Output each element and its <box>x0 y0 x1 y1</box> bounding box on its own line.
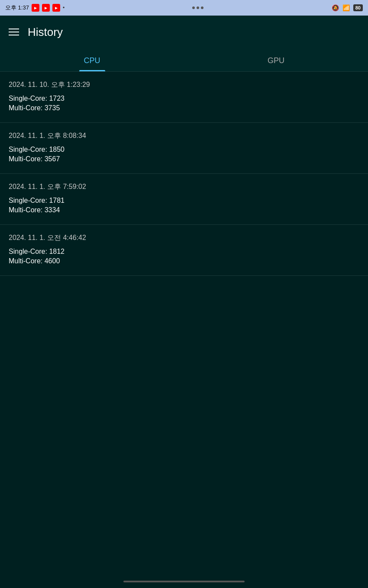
status-bar-left: 오후 1:37 • <box>5 4 65 12</box>
tab-gpu-label: GPU <box>268 56 284 65</box>
history-item-2: 2024. 11. 1. 오후 7:59:02 Single-Core: 178… <box>0 174 368 225</box>
youtube-icon-2 <box>42 4 50 12</box>
hamburger-line-1 <box>9 29 19 29</box>
history-multi-core-1: Multi-Core: 3567 <box>9 155 359 163</box>
history-single-core-2: Single-Core: 1781 <box>9 197 359 205</box>
tabs-container: CPU GPU <box>0 48 368 72</box>
status-bar: 오후 1:37 • 🔕 📶 80 <box>0 0 368 16</box>
notification-mute-icon: 🔕 <box>332 4 339 11</box>
history-item-0: 2024. 11. 10. 오후 1:23:29 Single-Core: 17… <box>0 72 368 123</box>
status-bar-center <box>192 6 203 9</box>
status-time: 오후 1:37 <box>5 4 29 12</box>
history-list: 2024. 11. 10. 오후 1:23:29 Single-Core: 17… <box>0 72 368 276</box>
page-title: History <box>28 26 63 39</box>
hamburger-line-2 <box>9 32 19 32</box>
bottom-nav-indicator <box>123 581 245 582</box>
history-multi-core-3: Multi-Core: 4600 <box>9 257 359 265</box>
app-bar: History <box>0 16 368 48</box>
status-bar-right: 🔕 📶 80 <box>332 4 363 11</box>
history-single-core-0: Single-Core: 1723 <box>9 95 359 102</box>
youtube-icon-1 <box>32 4 39 12</box>
history-multi-core-2: Multi-Core: 3334 <box>9 206 359 214</box>
history-multi-core-0: Multi-Core: 3735 <box>9 104 359 112</box>
history-item-3: 2024. 11. 1. 오전 4:46:42 Single-Core: 181… <box>0 225 368 276</box>
bottom-bar <box>0 575 368 588</box>
dot-1 <box>192 6 195 9</box>
dot-2 <box>197 6 199 9</box>
tab-cpu-label: CPU <box>84 56 100 65</box>
hamburger-line-3 <box>9 35 19 35</box>
dot-3 <box>201 6 203 9</box>
history-date-1: 2024. 11. 1. 오후 8:08:34 <box>9 131 359 141</box>
more-apps-indicator: • <box>63 5 65 11</box>
history-single-core-1: Single-Core: 1850 <box>9 146 359 153</box>
wifi-icon: 📶 <box>342 4 350 11</box>
history-item-1: 2024. 11. 1. 오후 8:08:34 Single-Core: 185… <box>0 123 368 174</box>
tab-gpu[interactable]: GPU <box>184 48 368 71</box>
history-date-2: 2024. 11. 1. 오후 7:59:02 <box>9 182 359 192</box>
history-date-3: 2024. 11. 1. 오전 4:46:42 <box>9 233 359 243</box>
battery-indicator: 80 <box>353 4 363 11</box>
tab-cpu[interactable]: CPU <box>0 48 184 71</box>
menu-button[interactable] <box>9 29 19 35</box>
youtube-icon-3 <box>52 4 60 12</box>
history-single-core-3: Single-Core: 1812 <box>9 248 359 256</box>
history-date-0: 2024. 11. 10. 오후 1:23:29 <box>9 80 359 89</box>
